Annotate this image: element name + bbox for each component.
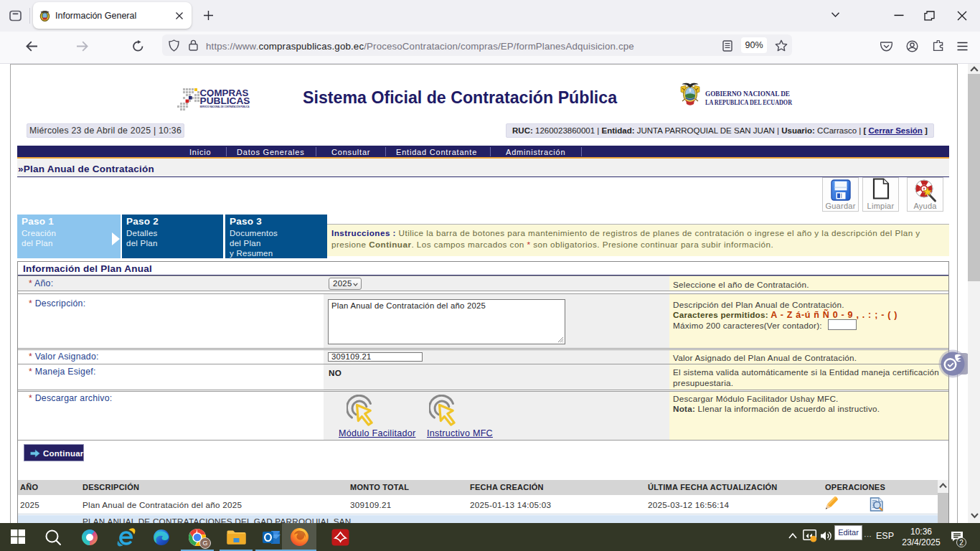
svg-text:PÚBLICAS: PÚBLICAS <box>200 95 250 106</box>
svg-text:GOBIERNO NACIONAL DE: GOBIERNO NACIONAL DE <box>705 90 790 98</box>
svg-text:LA REPUBLICA DEL ECUADOR: LA REPUBLICA DEL ECUADOR <box>705 98 792 106</box>
svg-text:SERVICIO NACIONAL DE CONTRATAC: SERVICIO NACIONAL DE CONTRATACIÓN PÚBLIC… <box>200 105 250 108</box>
